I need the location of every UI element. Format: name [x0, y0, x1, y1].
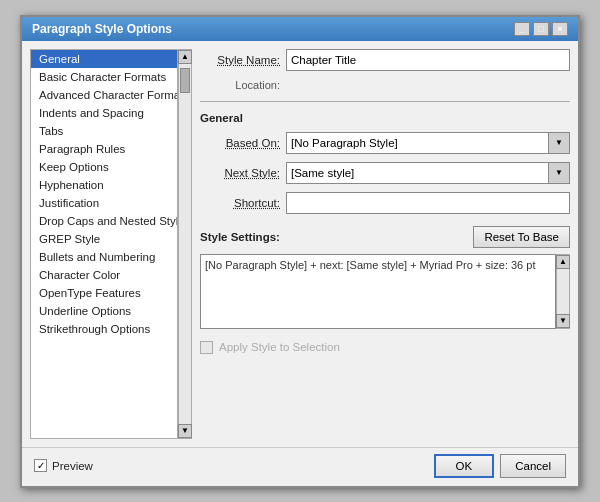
title-bar: Paragraph Style Options _ □ ×: [22, 17, 578, 41]
left-panel: General Basic Character Formats Advanced…: [30, 49, 192, 439]
apply-checkbox: [200, 341, 213, 354]
separator-1: [200, 101, 570, 102]
nav-item-drop-caps[interactable]: Drop Caps and Nested Styles: [31, 212, 177, 230]
footer-buttons: OK Cancel: [434, 454, 566, 478]
nav-item-general[interactable]: General: [31, 50, 177, 68]
maximize-button[interactable]: □: [533, 22, 549, 36]
preview-label: Preview: [52, 460, 93, 472]
dialog-footer: ✓ Preview OK Cancel: [22, 447, 578, 486]
nav-item-underline[interactable]: Underline Options: [31, 302, 177, 320]
dialog-body: General Basic Character Formats Advanced…: [22, 41, 578, 447]
style-scroll-up[interactable]: ▲: [556, 255, 570, 269]
preview-checkbox[interactable]: ✓: [34, 459, 47, 472]
style-name-input[interactable]: [286, 49, 570, 71]
style-scroll-down[interactable]: ▼: [556, 314, 570, 328]
apply-row: Apply Style to Selection: [200, 341, 570, 354]
nav-item-hyphenation[interactable]: Hyphenation: [31, 176, 177, 194]
cancel-button[interactable]: Cancel: [500, 454, 566, 478]
style-scroll: ▲ ▼: [556, 254, 570, 329]
nav-item-strikethrough[interactable]: Strikethrough Options: [31, 320, 177, 338]
right-panel: Style Name: Location: General Based On: …: [200, 49, 570, 439]
nav-item-indents[interactable]: Indents and Spacing: [31, 104, 177, 122]
dialog-title: Paragraph Style Options: [32, 22, 172, 36]
based-on-wrapper: [No Paragraph Style] ▼: [286, 132, 570, 154]
nav-item-advanced-char[interactable]: Advanced Character Formats: [31, 86, 177, 104]
scroll-track: [179, 64, 191, 424]
next-style-select[interactable]: [Same style]: [286, 162, 570, 184]
scroll-up-arrow[interactable]: ▲: [178, 50, 192, 64]
title-bar-buttons: _ □ ×: [514, 22, 568, 36]
shortcut-row: Shortcut:: [200, 192, 570, 214]
nav-item-char-color[interactable]: Character Color: [31, 266, 177, 284]
nav-item-tabs[interactable]: Tabs: [31, 122, 177, 140]
style-settings-wrapper: [No Paragraph Style] + next: [Same style…: [200, 254, 570, 329]
based-on-row: Based On: [No Paragraph Style] ▼: [200, 132, 570, 154]
nav-list: General Basic Character Formats Advanced…: [30, 49, 178, 439]
based-on-label: Based On:: [200, 137, 280, 149]
nav-item-para-rules[interactable]: Paragraph Rules: [31, 140, 177, 158]
next-style-label: Next Style:: [200, 167, 280, 179]
location-row: Location:: [200, 79, 570, 91]
scroll-thumb[interactable]: [180, 68, 190, 93]
preview-row: ✓ Preview: [34, 459, 93, 472]
shortcut-input[interactable]: [286, 192, 570, 214]
reset-to-base-button[interactable]: Reset To Base: [473, 226, 570, 248]
style-name-label: Style Name:: [200, 54, 280, 66]
next-style-wrapper: [Same style] ▼: [286, 162, 570, 184]
nav-item-grep[interactable]: GREP Style: [31, 230, 177, 248]
ok-button[interactable]: OK: [434, 454, 495, 478]
style-name-row: Style Name:: [200, 49, 570, 71]
left-scrollbar: ▲ ▼: [178, 49, 192, 439]
minimize-button[interactable]: _: [514, 22, 530, 36]
style-scroll-track: [557, 269, 569, 314]
nav-item-justification[interactable]: Justification: [31, 194, 177, 212]
based-on-select[interactable]: [No Paragraph Style]: [286, 132, 570, 154]
style-settings-header: Style Settings: Reset To Base: [200, 226, 570, 248]
nav-item-bullets[interactable]: Bullets and Numbering: [31, 248, 177, 266]
scroll-down-arrow[interactable]: ▼: [178, 424, 192, 438]
style-settings-box: [No Paragraph Style] + next: [Same style…: [200, 254, 556, 329]
next-style-row: Next Style: [Same style] ▼: [200, 162, 570, 184]
section-general-label: General: [200, 112, 570, 124]
apply-label: Apply Style to Selection: [219, 341, 340, 353]
style-settings-content: [No Paragraph Style] + next: [Same style…: [205, 259, 535, 271]
location-label: Location:: [200, 79, 280, 91]
nav-item-opentype[interactable]: OpenType Features: [31, 284, 177, 302]
nav-item-keep[interactable]: Keep Options: [31, 158, 177, 176]
paragraph-style-dialog: Paragraph Style Options _ □ × General Ba…: [20, 15, 580, 488]
style-settings-label: Style Settings:: [200, 231, 280, 243]
shortcut-label: Shortcut:: [200, 197, 280, 209]
close-button[interactable]: ×: [552, 22, 568, 36]
nav-item-basic-char[interactable]: Basic Character Formats: [31, 68, 177, 86]
